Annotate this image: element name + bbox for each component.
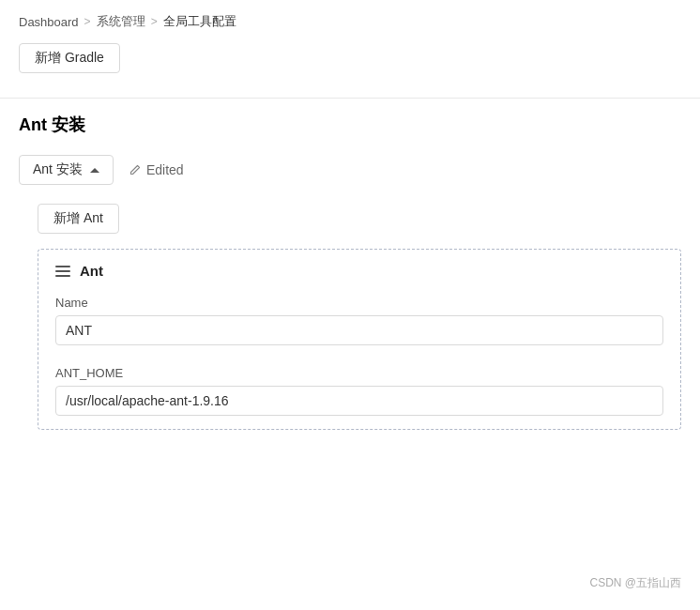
section-controls: Ant 安装 Edited xyxy=(19,155,681,185)
ant-card-header: Ant xyxy=(38,250,680,288)
watermark: CSDN @五指山西 xyxy=(589,575,681,591)
top-section: 新增 Gradle xyxy=(0,43,700,83)
edited-label-text: Edited xyxy=(146,162,184,177)
name-label: Name xyxy=(55,296,663,310)
ant-section-title: Ant 安装 xyxy=(19,114,681,136)
ant-section: Ant 安装 Ant 安装 Edited 新增 Ant Ant xyxy=(0,114,700,430)
name-form-group: Name xyxy=(38,288,680,358)
breadcrumb-system[interactable]: 系统管理 xyxy=(97,13,145,30)
add-gradle-button[interactable]: 新增 Gradle xyxy=(19,43,120,73)
ant-content-area: 新增 Ant Ant Name ANT_HOME xyxy=(19,204,681,430)
ant-home-form-group: ANT_HOME xyxy=(38,358,680,429)
edit-pencil-icon xyxy=(129,163,142,176)
ant-collapse-button[interactable]: Ant 安装 xyxy=(19,155,114,185)
ant-card-title: Ant xyxy=(80,263,103,279)
breadcrumb: Dashboard > 系统管理 > 全局工具配置 xyxy=(0,0,700,43)
edited-status: Edited xyxy=(129,162,184,177)
name-input[interactable] xyxy=(55,315,663,345)
drag-handle-icon xyxy=(55,266,70,277)
add-ant-button[interactable]: 新增 Ant xyxy=(38,204,119,234)
breadcrumb-sep-1: > xyxy=(84,15,91,28)
breadcrumb-dashboard[interactable]: Dashboard xyxy=(19,15,79,29)
chevron-up-icon xyxy=(90,168,99,173)
breadcrumb-current: 全局工具配置 xyxy=(163,13,236,30)
section-divider xyxy=(0,98,700,99)
breadcrumb-sep-2: > xyxy=(151,15,158,28)
collapse-btn-label: Ant 安装 xyxy=(33,161,83,178)
ant-card: Ant Name ANT_HOME xyxy=(38,249,681,430)
ant-home-input[interactable] xyxy=(55,386,663,416)
ant-home-label: ANT_HOME xyxy=(55,366,663,380)
